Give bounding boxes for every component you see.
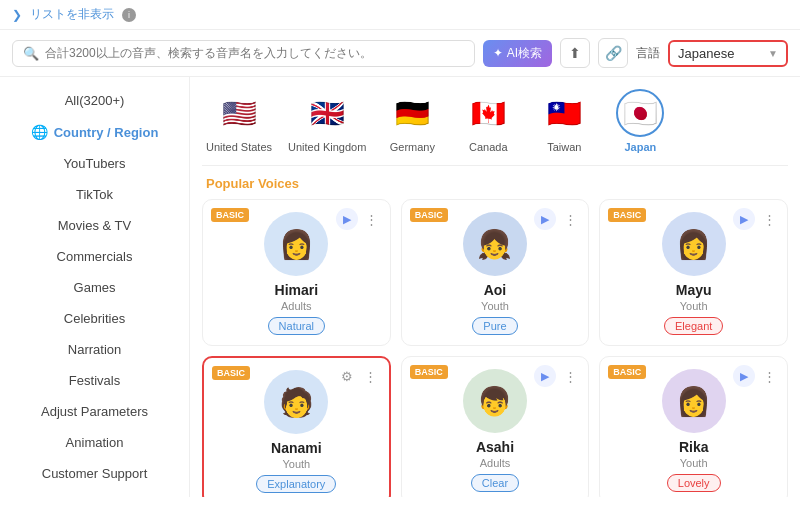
hide-list-link[interactable]: リストを非表示: [30, 6, 114, 23]
flag-label-uk: United Kingdom: [288, 141, 366, 153]
sidebar-item-youtubers[interactable]: YouTubers: [0, 148, 189, 179]
avatar-nanami: 🧑: [264, 370, 328, 434]
flag-circle-jp: 🇯🇵: [616, 89, 664, 137]
ai-search-label: AI検索: [507, 45, 542, 62]
main-content: All(3200+) 🌐 Country / Region YouTubers …: [0, 77, 800, 497]
voice-tag-rika: Lovely: [667, 474, 721, 492]
voice-grid: BASIC ▶ ⋮ 👩 Himari Adults Natural BASIC …: [202, 199, 788, 497]
more-button-asahi[interactable]: ⋮: [560, 366, 580, 386]
flag-circle-tw: 🇹🇼: [540, 89, 588, 137]
voice-name-himari: Himari: [275, 282, 319, 298]
voice-age-aoi: Youth: [481, 300, 509, 312]
card-actions-nanami: ⚙ ⋮: [337, 366, 381, 386]
language-selector[interactable]: Japanese ▼: [668, 40, 788, 67]
sidebar-item-games-label: Games: [74, 280, 116, 295]
more-button-nanami[interactable]: ⋮: [361, 366, 381, 386]
play-button-asahi[interactable]: ▶: [534, 365, 556, 387]
play-button-rika[interactable]: ▶: [733, 365, 755, 387]
gear-icon-nanami[interactable]: ⚙: [337, 366, 357, 386]
sidebar-item-celebrities-label: Celebrities: [64, 311, 125, 326]
play-button-himari[interactable]: ▶: [336, 208, 358, 230]
search-input[interactable]: [45, 46, 464, 60]
sidebar-item-narration[interactable]: Narration: [0, 334, 189, 365]
more-button-aoi[interactable]: ⋮: [560, 209, 580, 229]
voice-age-asahi: Adults: [480, 457, 511, 469]
sidebar-item-adjust[interactable]: Adjust Parameters: [0, 396, 189, 427]
search-input-wrap[interactable]: 🔍: [12, 40, 475, 67]
sidebar-item-tiktok[interactable]: TikTok: [0, 179, 189, 210]
badge-mayu: BASIC: [608, 208, 646, 222]
play-button-mayu[interactable]: ▶: [733, 208, 755, 230]
sidebar-item-celebrities[interactable]: Celebrities: [0, 303, 189, 334]
upload-icon-button[interactable]: ⬆: [560, 38, 590, 68]
sidebar-item-festivals[interactable]: Festivals: [0, 365, 189, 396]
flag-item-uk[interactable]: 🇬🇧 United Kingdom: [288, 89, 366, 153]
badge-himari: BASIC: [211, 208, 249, 222]
sidebar-item-animation-label: Animation: [66, 435, 124, 450]
voice-age-nanami: Youth: [282, 458, 310, 470]
voice-tag-mayu: Elegant: [664, 317, 723, 335]
sidebar-item-youtubers-label: YouTubers: [64, 156, 126, 171]
sidebar-item-all[interactable]: All(3200+): [0, 85, 189, 116]
voice-card-nanami[interactable]: BASIC ⚙ ⋮ 🧑 Nanami Youth Explanatory: [202, 356, 391, 497]
voice-card-rika[interactable]: BASIC ▶ ⋮ 👩 Rika Youth Lovely: [599, 356, 788, 497]
sidebar-item-movies-tv[interactable]: Movies & TV: [0, 210, 189, 241]
link-icon: 🔗: [605, 45, 622, 61]
sidebar-item-support[interactable]: Customer Support: [0, 458, 189, 489]
voice-card-asahi[interactable]: BASIC ▶ ⋮ 👦 Asahi Adults Clear: [401, 356, 590, 497]
language-value: Japanese: [678, 46, 734, 61]
sidebar-item-games[interactable]: Games: [0, 272, 189, 303]
lang-label: 言語: [636, 45, 660, 62]
card-actions-asahi: ▶ ⋮: [534, 365, 580, 387]
avatar-rika: 👩: [662, 369, 726, 433]
sidebar-item-podcasts[interactable]: Podcasts: [0, 489, 189, 497]
ai-search-button[interactable]: ✦ AI検索: [483, 40, 552, 67]
sidebar-item-narration-label: Narration: [68, 342, 121, 357]
flag-circle-uk: 🇬🇧: [303, 89, 351, 137]
card-actions-aoi: ▶ ⋮: [534, 208, 580, 230]
flag-label-ca: Canada: [469, 141, 508, 153]
sidebar-item-country[interactable]: 🌐 Country / Region: [0, 116, 189, 148]
upload-icon: ⬆: [569, 45, 581, 61]
search-icon: 🔍: [23, 46, 39, 61]
avatar-mayu: 👩: [662, 212, 726, 276]
more-button-rika[interactable]: ⋮: [759, 366, 779, 386]
voice-name-nanami: Nanami: [271, 440, 322, 456]
voice-name-aoi: Aoi: [484, 282, 507, 298]
sidebar-item-adjust-label: Adjust Parameters: [41, 404, 148, 419]
sidebar-item-movies-tv-label: Movies & TV: [58, 218, 131, 233]
flag-item-de[interactable]: 🇩🇪 Germany: [382, 89, 442, 153]
voice-tag-himari: Natural: [268, 317, 325, 335]
sidebar-item-festivals-label: Festivals: [69, 373, 120, 388]
voice-card-mayu[interactable]: BASIC ▶ ⋮ 👩 Mayu Youth Elegant: [599, 199, 788, 346]
more-button-mayu[interactable]: ⋮: [759, 209, 779, 229]
link-icon-button[interactable]: 🔗: [598, 38, 628, 68]
voice-tag-asahi: Clear: [471, 474, 519, 492]
sidebar-item-tiktok-label: TikTok: [76, 187, 113, 202]
back-chevron-icon: ❯: [12, 8, 22, 22]
sidebar-item-animation[interactable]: Animation: [0, 427, 189, 458]
more-button-himari[interactable]: ⋮: [362, 209, 382, 229]
globe-icon: 🌐: [31, 124, 48, 140]
flag-item-ca[interactable]: 🇨🇦 Canada: [458, 89, 518, 153]
card-actions-himari: ▶ ⋮: [336, 208, 382, 230]
country-flags-row: 🇺🇸 United States 🇬🇧 United Kingdom 🇩🇪 Ge…: [202, 77, 788, 166]
hide-list-text: リストを非表示: [30, 6, 114, 23]
sidebar-item-commercials[interactable]: Commercials: [0, 241, 189, 272]
flag-circle-ca: 🇨🇦: [464, 89, 512, 137]
flag-item-tw[interactable]: 🇹🇼 Taiwan: [534, 89, 594, 153]
voice-card-aoi[interactable]: BASIC ▶ ⋮ 👧 Aoi Youth Pure: [401, 199, 590, 346]
flag-item-us[interactable]: 🇺🇸 United States: [206, 89, 272, 153]
voice-card-himari[interactable]: BASIC ▶ ⋮ 👩 Himari Adults Natural: [202, 199, 391, 346]
popular-voices-label: Popular Voices: [202, 166, 788, 199]
sidebar-item-commercials-label: Commercials: [57, 249, 133, 264]
voice-age-rika: Youth: [680, 457, 708, 469]
voice-tag-aoi: Pure: [472, 317, 517, 335]
avatar-asahi: 👦: [463, 369, 527, 433]
badge-asahi: BASIC: [410, 365, 448, 379]
flag-item-jp[interactable]: 🇯🇵 Japan: [610, 89, 670, 153]
play-button-aoi[interactable]: ▶: [534, 208, 556, 230]
badge-rika: BASIC: [608, 365, 646, 379]
search-bar: 🔍 ✦ AI検索 ⬆ 🔗 言語 Japanese ▼: [0, 30, 800, 77]
sidebar-item-country-label: Country / Region: [54, 125, 159, 140]
